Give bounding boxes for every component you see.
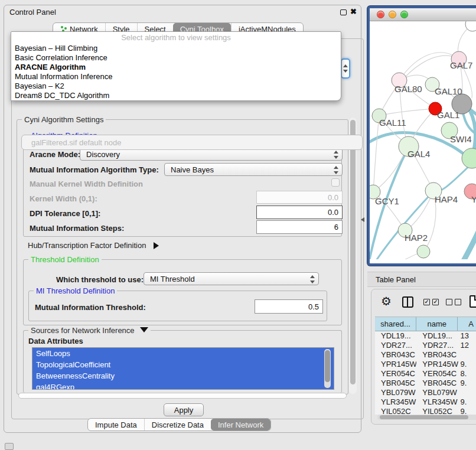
algorithm-option[interactable]: ARACNE Algorithm <box>11 63 341 72</box>
hub-definition-label: Hub/Transcription Factor Definition <box>28 241 146 250</box>
table-cell: 9. <box>458 397 476 407</box>
settings-vertical-scrollbar[interactable] <box>349 118 357 394</box>
algorithm-option[interactable]: Mutual Information Inference <box>11 72 341 81</box>
table-cell: YBL079W <box>375 388 416 397</box>
unchecked-checkbox-icon[interactable] <box>446 299 452 305</box>
table-row[interactable]: YBR043CYBR043C <box>375 350 476 360</box>
aracne-mode-label: Aracne Mode: <box>30 150 80 159</box>
table-row[interactable]: YDR27...YDR27...12 <box>375 341 476 350</box>
table-horizontal-scrollbar[interactable] <box>377 415 476 420</box>
table-row[interactable]: YLR345WYLR345W9. <box>375 397 476 407</box>
table-row[interactable]: YBR045CYBR045C9. <box>375 379 476 388</box>
threshold-definition-legend: Threshold Definition <box>28 255 102 264</box>
table-row[interactable]: YIL052CYIL052C9. <box>375 407 476 415</box>
table-cell: 13 <box>458 331 476 341</box>
node-label: HAP4 <box>435 194 458 204</box>
network-edge[interactable] <box>376 252 423 259</box>
table-cell: YLR345W <box>375 397 416 407</box>
kernel-width-label: Kernel Width (0,1): <box>30 194 97 203</box>
cyni-algorithm-settings-group: Cyni Algorithm Settings Algorithm Defini… <box>17 119 348 394</box>
attribute-list-item[interactable]: BetweennessCentrality <box>32 370 334 381</box>
table-cell: YPR145W <box>416 360 458 369</box>
table-cell: YBR043C <box>375 350 416 360</box>
zoom-traffic-light-icon[interactable] <box>400 11 408 18</box>
table-column-header[interactable]: shared... <box>375 317 416 331</box>
tab-discretize-data[interactable]: Discretize Data <box>144 419 211 431</box>
mi-type-combo[interactable]: Naive Bayes <box>164 163 343 176</box>
mi-threshold-field[interactable]: 0.5 <box>255 299 323 314</box>
tab-impute-data[interactable]: Impute Data <box>88 419 144 431</box>
aracne-mode-value: Discovery <box>86 150 120 159</box>
checked-checkbox-icon[interactable]: ✓ <box>432 299 439 305</box>
dpi-tolerance-field[interactable]: 0.0 <box>256 206 343 219</box>
attribute-list-item[interactable]: TopologicalCoefficient <box>32 359 334 370</box>
network-canvas[interactable]: GAL7GAL80GAL10GAL1GAL11SWI4GAL4GCY1HAP4Y… <box>370 21 476 259</box>
table-cell: YDL19... <box>416 331 458 341</box>
tab-label: Discretize Data <box>152 420 204 429</box>
network-node[interactable] <box>465 21 476 31</box>
table-source-combo[interactable]: galFiltered.sif default node <box>21 135 363 150</box>
unchecked-checkbox-icon[interactable] <box>455 299 461 305</box>
kernel-width-field[interactable]: 0.0 <box>256 191 343 204</box>
panel-split-arrow-icon[interactable] <box>361 217 364 222</box>
node-label: GAL80 <box>395 84 422 94</box>
expander-expanded-icon[interactable] <box>140 327 148 332</box>
columns-icon[interactable] <box>402 296 413 308</box>
tab-infer-network[interactable]: Infer Network <box>211 419 270 431</box>
manual-kernel-label: Manual Kernel Width Definition <box>30 180 143 188</box>
tab-label: Infer Network <box>218 420 263 429</box>
network-edge[interactable] <box>373 116 379 192</box>
which-threshold-combo[interactable]: MI Threshold <box>144 272 319 285</box>
checked-checkbox-icon[interactable]: ✓ <box>423 299 430 305</box>
spinner-arrows-icon <box>334 166 338 174</box>
algorithm-option[interactable]: Dream8 DC_TDC Algorithm <box>11 91 341 100</box>
table-cell: YIL052C <box>375 407 416 415</box>
apply-button[interactable]: Apply <box>164 403 204 416</box>
table-row[interactable]: YER054CYER054C8. <box>375 369 476 379</box>
attribute-list-scrollbar[interactable] <box>324 349 331 388</box>
network-edge[interactable] <box>379 109 435 116</box>
algorithm-option[interactable]: Bayesian – K2 <box>11 81 341 91</box>
network-view-window: GAL7GAL80GAL10GAL1GAL11SWI4GAL4GCY1HAP4Y… <box>367 6 476 266</box>
table-row[interactable]: YPR145WYPR145W9. <box>375 360 476 369</box>
mi-steps-field[interactable]: 6 <box>256 220 343 234</box>
expander-collapsed-icon[interactable] <box>154 242 159 249</box>
mi-type-label: Mutual Information Algorithm Type: <box>30 165 159 174</box>
algorithm-option[interactable]: Bayesian – Hill Climbing <box>11 44 341 53</box>
network-node[interactable] <box>417 245 430 258</box>
gear-icon[interactable]: ⚙ <box>381 294 392 308</box>
table-row[interactable]: YDL19...YDL19...13 <box>375 331 476 341</box>
network-window-titlebar[interactable] <box>370 8 476 21</box>
minimized-panel-icon[interactable] <box>5 443 14 450</box>
attribute-list-item[interactable]: gal4RGexp <box>32 381 334 390</box>
which-threshold-value: MI Threshold <box>150 275 195 283</box>
threshold-definition-group: Threshold Definition Which threshold to … <box>23 259 342 325</box>
attribute-list-item[interactable]: SelfLoops <box>32 348 334 359</box>
close-icon[interactable]: ✖ <box>350 7 357 16</box>
network-edge[interactable] <box>449 229 476 259</box>
close-traffic-light-icon[interactable] <box>377 11 384 18</box>
data-attributes-list[interactable]: SelfLoopsTopologicalCoefficientBetweenne… <box>32 347 334 390</box>
table-cell: YBR045C <box>416 379 458 388</box>
table-column-header[interactable]: name <box>416 317 458 331</box>
file-icon[interactable] <box>470 295 476 308</box>
float-window-icon[interactable] <box>340 9 347 15</box>
table-column-header[interactable]: A <box>458 317 476 331</box>
manual-kernel-checkbox[interactable] <box>331 178 340 187</box>
table-row[interactable]: YBL079WYBL079W <box>375 388 476 397</box>
hub-definition-expander[interactable]: Hub/Transcription Factor Definition <box>28 240 159 250</box>
settings-horizontal-scrollbar[interactable] <box>18 393 347 399</box>
screen: Control Panel ✖ NetworkStyleSelectCyni T… <box>0 0 476 450</box>
network-node[interactable] <box>462 148 476 168</box>
control-panel-titlebar[interactable]: Control Panel ✖ <box>4 5 361 19</box>
node-label: GCY1 <box>375 196 399 206</box>
table-panel-titlebar[interactable]: Table Panel <box>367 272 476 287</box>
algorithm-option[interactable]: Basic Correlation Inference <box>11 53 341 63</box>
sources-group: Sources for Network Inference Data Attri… <box>23 330 342 393</box>
algorithm-combo-arrow-button[interactable] <box>341 58 350 79</box>
node-label: GAL7 <box>450 60 472 70</box>
node-label: GAL1 <box>437 110 459 120</box>
minimize-traffic-light-icon[interactable] <box>389 11 396 18</box>
table-cell: YER054C <box>416 369 458 379</box>
node-label: GAL10 <box>435 86 462 96</box>
